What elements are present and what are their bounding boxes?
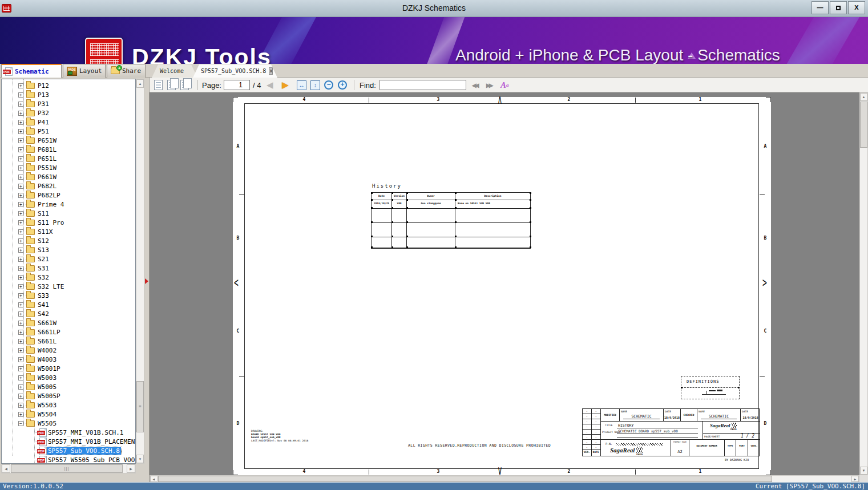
scroll-down-icon[interactable]: ▼ (860, 467, 867, 475)
close-button[interactable]: X (848, 1, 865, 14)
page-tool-icon-1[interactable] (154, 80, 163, 90)
tree-file[interactable]: PDF SP557_MMI_V01B.SCH.1 (2, 428, 135, 437)
tree-folder[interactable]: + W5005P (2, 391, 135, 400)
scroll-up-icon[interactable]: ▲ (860, 93, 867, 101)
expand-icon[interactable]: + (18, 120, 23, 125)
scrollbar-thumb[interactable] (158, 476, 772, 482)
minimize-button[interactable]: — (812, 1, 829, 14)
scrollbar-thumb[interactable] (860, 102, 867, 148)
expand-icon[interactable]: + (18, 220, 23, 225)
tree-folder[interactable]: + S42 (2, 309, 135, 318)
tree-folder[interactable]: + S661W (2, 318, 135, 327)
expand-icon[interactable]: + (18, 284, 23, 289)
tree-folder[interactable]: + S661LP (2, 327, 135, 337)
tree-folder[interactable]: + S12 (2, 236, 135, 245)
scroll-left-icon[interactable]: ◀ (2, 464, 10, 473)
doc-tab-current[interactable]: SP557_Sub_VOO.SCH.8 x (193, 64, 277, 78)
page-number-input[interactable] (224, 80, 250, 90)
page-tool-icon-3[interactable] (180, 80, 189, 90)
tree-folder[interactable]: + P551W (2, 163, 135, 172)
expand-icon[interactable]: + (18, 403, 23, 408)
scroll-right-icon[interactable]: ▶ (127, 464, 135, 473)
tree-folder[interactable]: + S32 LTE (2, 282, 135, 291)
tree-folder[interactable]: + P681L (2, 145, 135, 154)
tree-folder[interactable]: + S31 (2, 264, 135, 273)
expand-icon[interactable]: + (18, 375, 23, 380)
next-page-icon[interactable]: ▶ (282, 78, 289, 92)
tree-folder[interactable]: + S11X (2, 227, 135, 236)
expand-icon[interactable]: + (18, 111, 23, 116)
tree-folder[interactable]: + S21 (2, 254, 135, 264)
match-case-icon[interactable]: Aa (500, 78, 509, 92)
expand-icon[interactable]: + (18, 147, 23, 152)
zoom-out-icon[interactable]: − (324, 80, 333, 90)
expand-icon[interactable]: + (18, 330, 23, 335)
expand-icon[interactable]: + (18, 257, 23, 262)
tree-folder[interactable]: + S11 Pro (2, 218, 135, 227)
expand-icon[interactable]: + (18, 211, 23, 216)
tree-folder[interactable]: + S661L (2, 337, 135, 346)
expand-icon[interactable]: + (18, 321, 23, 326)
expand-icon[interactable]: + (18, 357, 23, 362)
tab-share[interactable]: + Share (107, 64, 146, 78)
doc-tab-welcome[interactable]: Welcome (152, 64, 197, 78)
fit-width-icon[interactable]: ↔ (297, 80, 306, 90)
expand-icon[interactable]: + (18, 238, 23, 244)
tree-folder[interactable]: + Prime 4 (2, 200, 135, 209)
tree-folder[interactable]: + W5504 (2, 410, 135, 419)
scrollbar-thumb[interactable]: ||| (11, 464, 123, 473)
expand-icon[interactable]: + (18, 275, 23, 280)
tree-folder[interactable]: + W5003 (2, 373, 135, 382)
expand-icon[interactable]: + (18, 412, 23, 417)
find-next-icon[interactable]: ▶▶ (486, 78, 491, 92)
expand-icon[interactable]: + (18, 138, 23, 143)
tab-schematic[interactable]: PDF Schematic (1, 64, 62, 78)
tree-folder[interactable]: + P51 (2, 127, 135, 136)
tree-folder[interactable]: + P682L (2, 181, 135, 191)
viewer-vertical-scrollbar[interactable]: ▲ ▼ (859, 92, 868, 475)
tree-file[interactable]: PDF SP557_MMI_V01B_PLACEMENT (2, 437, 135, 446)
scrollbar-thumb[interactable]: ≡ (136, 381, 144, 432)
splitter-collapse-icon[interactable] (145, 278, 148, 284)
tree-file[interactable]: PDF SP557_W5505_Sub_PCB_VOO_p (2, 455, 135, 464)
expand-icon[interactable]: + (18, 193, 23, 198)
tree-folder[interactable]: + W5005 (2, 382, 135, 391)
tree-folder[interactable]: + W5001P (2, 364, 135, 373)
tree-folder[interactable]: + P12 (2, 81, 135, 90)
expand-icon[interactable]: + (18, 229, 23, 234)
expand-icon[interactable]: + (18, 102, 23, 107)
expand-icon[interactable]: + (18, 348, 23, 353)
tree-folder[interactable]: + P32 (2, 108, 135, 118)
tab-layout[interactable]: PADS Layout (63, 64, 106, 78)
expand-icon[interactable]: + (18, 184, 23, 189)
scroll-down-icon[interactable]: ▼ (136, 455, 144, 463)
expand-icon[interactable]: + (18, 311, 23, 317)
tree-folder[interactable]: + P13 (2, 90, 135, 99)
collapse-icon[interactable]: − (18, 421, 23, 426)
tree-folder[interactable]: + W4003 (2, 355, 135, 364)
expand-icon[interactable]: + (18, 202, 23, 207)
tree-folder[interactable]: + P31 (2, 99, 135, 108)
expand-icon[interactable]: + (18, 175, 23, 180)
expand-icon[interactable]: + (18, 339, 23, 344)
tree-folder[interactable]: − W5505 (2, 419, 135, 428)
viewer-canvas[interactable]: 43214321ABCDABCD ∧ ∨ < > History DateVer… (150, 92, 859, 475)
tree-folder[interactable]: + P651L (2, 154, 135, 163)
expand-icon[interactable]: + (18, 248, 23, 253)
scroll-up-icon[interactable]: ▲ (136, 79, 144, 88)
scroll-right-icon[interactable]: ▶ (851, 476, 859, 482)
find-previous-icon[interactable]: ◀◀ (472, 78, 477, 92)
tree-folder[interactable]: + W5503 (2, 400, 135, 410)
tree-folder[interactable]: + P651W (2, 136, 135, 145)
scroll-left-icon[interactable]: ◀ (150, 476, 158, 482)
expand-icon[interactable]: + (18, 302, 23, 307)
tree-file[interactable]: PDF SP557_Sub_VOO.SCH.8 (2, 446, 135, 455)
expand-icon[interactable]: + (18, 129, 23, 134)
zoom-in-icon[interactable]: + (338, 80, 347, 90)
expand-icon[interactable]: + (18, 293, 23, 298)
expand-icon[interactable]: + (18, 366, 23, 371)
expand-icon[interactable]: + (18, 266, 23, 271)
tree-folder[interactable]: + W4002 (2, 346, 135, 355)
page-tool-icon-2[interactable] (167, 80, 176, 90)
expand-icon[interactable]: + (18, 384, 23, 390)
